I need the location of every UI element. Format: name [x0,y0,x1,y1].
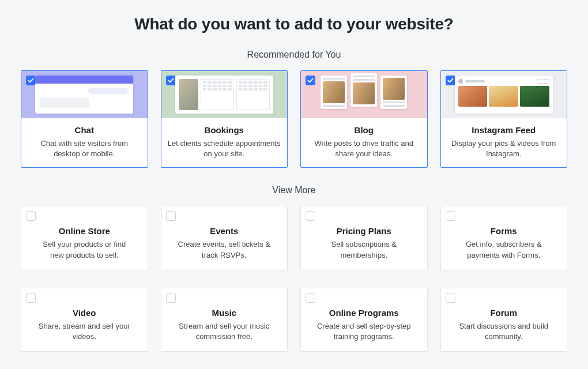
view-more-label: View More [21,185,567,195]
card-chat[interactable]: Chat Chat with site visitors from deskto… [21,70,148,168]
checkbox-online-programs[interactable] [306,293,315,303]
checkbox-bookings[interactable] [166,76,176,85]
card-title: Chat [21,125,148,135]
card-title: Forum [449,308,559,318]
card-video[interactable]: Video Share, stream and sell your videos… [21,288,148,352]
more-grid-row2: Video Share, stream and sell your videos… [21,288,567,352]
check-icon [447,77,454,84]
checkbox-blog[interactable] [306,76,315,85]
card-title: Instagram Feed [441,125,567,135]
check-icon [168,77,174,84]
card-events[interactable]: Events Create events, sell tickets & tra… [161,206,288,270]
card-desc: Share, stream and sell your videos. [29,321,140,342]
card-desc: Display your pics & videos from Instagra… [441,138,567,159]
check-icon [28,77,34,84]
checkbox-video[interactable] [26,293,36,303]
card-thumb-instagram [441,71,567,118]
checkbox-forms[interactable] [446,211,455,221]
card-music[interactable]: Music Stream and sell your music commiss… [161,288,288,352]
card-thumb-bookings [161,71,288,118]
card-forum[interactable]: Forum Start discussions and build commun… [440,288,568,352]
checkbox-chat[interactable] [26,76,36,85]
card-title: Online Store [29,226,140,236]
card-title: Video [29,308,140,318]
card-desc: Stream and sell your music commission fr… [169,321,280,342]
card-thumb-blog [301,71,427,118]
card-pricing-plans[interactable]: Pricing Plans Sell subscriptions & membe… [300,206,428,270]
checkbox-forum[interactable] [446,293,455,303]
card-title: Music [169,308,280,318]
recommended-label: Recommended for You [21,50,567,60]
card-title: Events [169,226,280,236]
card-instagram-feed[interactable]: Instagram Feed Display your pics & video… [440,70,568,168]
card-desc: Chat with site visitors from desktop or … [21,138,148,159]
card-desc: Sell your products or find new products … [29,239,140,260]
card-title: Forms [449,226,559,236]
recommended-grid: Chat Chat with site visitors from deskto… [21,70,567,168]
card-blog[interactable]: Blog Write posts to drive traffic and sh… [300,70,428,168]
card-title: Pricing Plans [309,226,419,236]
card-forms[interactable]: Forms Get info, subscribers & payments w… [440,206,568,270]
card-bookings[interactable]: Bookings Let clients schedule appointmen… [161,70,288,168]
card-desc: Create events, sell tickets & track RSVP… [169,239,280,260]
page-title: What do you want to add to your website? [21,15,567,33]
card-desc: Let clients schedule appointments on you… [161,138,288,159]
checkbox-instagram-feed[interactable] [446,76,455,85]
card-online-programs[interactable]: Online Programs Create and sell step-by-… [300,288,428,352]
card-desc: Create and sell step-by-step training pr… [309,321,419,342]
card-thumb-chat [21,71,148,118]
card-desc: Write posts to drive traffic and share y… [301,138,427,159]
checkbox-pricing-plans[interactable] [306,211,315,221]
card-desc: Start discussions and build community. [449,321,559,342]
checkbox-events[interactable] [166,211,176,221]
check-icon [307,77,314,84]
more-grid-row1: Online Store Sell your products or find … [21,206,567,270]
card-desc: Get info, subscribers & payments with Fo… [449,239,559,260]
checkbox-online-store[interactable] [26,211,36,221]
card-title: Online Programs [309,308,419,318]
card-online-store[interactable]: Online Store Sell your products or find … [21,206,148,270]
card-title: Blog [301,125,427,135]
card-desc: Sell subscriptions & memberships. [309,239,419,260]
card-title: Bookings [161,125,288,135]
checkbox-music[interactable] [166,293,176,303]
